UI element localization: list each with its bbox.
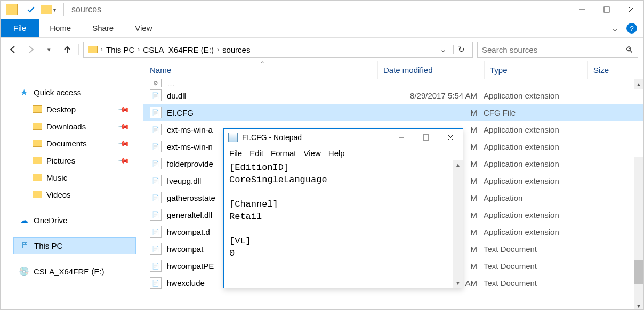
minimize-button[interactable]	[570, 1, 594, 19]
file-date: 8/29/2017 5:54 AM	[377, 91, 484, 100]
qat-newfolder-icon[interactable]	[41, 5, 52, 14]
file-type: Text Document	[484, 279, 595, 288]
file-name: EI.CFG	[167, 108, 377, 117]
search-input[interactable]: Search sources 🔍︎	[477, 42, 638, 58]
file-icon: 📄	[150, 107, 162, 118]
scrollbar-thumb[interactable]	[634, 260, 643, 284]
back-button[interactable]	[6, 43, 20, 56]
breadcrumb-caret-icon[interactable]: ›	[217, 46, 219, 53]
file-icon: 📄	[150, 141, 162, 152]
sidebar-label: CSLA_X64FRE (E:)	[34, 267, 104, 276]
sidebar-desktop[interactable]: Desktop 📌	[13, 101, 143, 118]
breadcrumb-sources[interactable]: sources	[222, 45, 251, 54]
breadcrumb-drive[interactable]: CSLA_X64FRE (E:)	[143, 45, 214, 54]
recent-dropdown-icon[interactable]: ▾	[42, 43, 56, 56]
file-name: …	[167, 79, 377, 87]
titlebar: ▾ sources	[1, 1, 643, 19]
sidebar-label: Quick access	[34, 88, 81, 97]
notepad-menu-file[interactable]: File	[229, 149, 242, 158]
qat-properties-icon[interactable]	[27, 5, 35, 14]
file-icon: 📄	[150, 175, 162, 186]
maximize-button[interactable]	[594, 1, 619, 19]
file-icon: 📄	[150, 260, 162, 272]
window-title: sources	[71, 5, 101, 14]
sidebar-pictures[interactable]: Pictures 📌	[13, 152, 143, 169]
pin-icon: 📌	[118, 137, 130, 149]
file-name: du.dll	[167, 91, 377, 100]
sidebar-videos[interactable]: Videos	[13, 186, 143, 203]
scroll-up-button[interactable]: ▲	[634, 79, 643, 89]
file-icon: 📄	[150, 89, 162, 101]
sidebar-label: Music	[46, 173, 67, 182]
pin-icon: 📌	[118, 120, 130, 132]
breadcrumb-caret-icon[interactable]: ›	[101, 46, 103, 53]
file-type: Text Document	[484, 262, 595, 271]
file-icon: ⚙	[150, 79, 162, 87]
column-date[interactable]: Date modified	[378, 61, 485, 79]
sidebar-label: Downloads	[46, 122, 86, 131]
tab-file[interactable]: File	[1, 19, 39, 37]
folder-icon	[33, 191, 42, 198]
qat-separator	[22, 4, 22, 15]
file-icon: 📄	[150, 226, 162, 238]
tab-home[interactable]: Home	[39, 19, 82, 37]
sidebar-downloads[interactable]: Downloads 📌	[13, 118, 143, 135]
sidebar: ★ Quick access Desktop 📌 Downloads 📌 Doc…	[1, 79, 143, 310]
ribbon-collapse-icon[interactable]: ⌄	[606, 19, 624, 37]
file-icon: 📄	[150, 243, 162, 255]
file-type: Text Document	[484, 244, 595, 254]
close-button[interactable]	[619, 1, 643, 19]
file-type: Application	[484, 193, 595, 202]
notepad-scroll-up-icon[interactable]: ▲	[453, 160, 463, 169]
notepad-scroll-down-icon[interactable]: ▼	[453, 278, 463, 288]
notepad-title: EI.CFG - Notepad	[242, 133, 302, 142]
scroll-down-button[interactable]: ▼	[634, 301, 643, 310]
column-type[interactable]: Type	[485, 61, 588, 79]
address-bar[interactable]: › This PC › CSLA_X64FRE (E:) › sources ⌄…	[83, 42, 473, 58]
sidebar-label: Desktop	[46, 105, 76, 114]
breadcrumb-thispc[interactable]: This PC	[106, 45, 134, 54]
folder-icon	[33, 140, 42, 147]
notepad-maximize-button[interactable]	[414, 129, 438, 146]
sidebar-quickaccess[interactable]: ★ Quick access	[13, 84, 143, 101]
refresh-button[interactable]: ↻	[453, 45, 469, 54]
notepad-close-button[interactable]	[438, 129, 463, 146]
notepad-menu-view[interactable]: View	[304, 149, 321, 158]
help-button[interactable]: ?	[626, 23, 637, 34]
notepad-menu-format[interactable]: Format	[271, 149, 296, 158]
star-icon: ★	[19, 87, 29, 97]
sidebar-music[interactable]: Music	[13, 169, 143, 186]
notepad-menu-edit[interactable]: Edit	[249, 149, 263, 158]
file-icon: 📄	[150, 277, 162, 289]
file-row[interactable]: 📄du.dll8/29/2017 5:54 AMApplication exte…	[143, 87, 643, 104]
tab-view[interactable]: View	[124, 19, 163, 37]
titlebar-separator	[63, 3, 64, 16]
tab-share[interactable]: Share	[82, 19, 124, 37]
notepad-titlebar[interactable]: EI.CFG - Notepad	[224, 129, 463, 146]
notepad-textarea[interactable]: [EditionID] CoreSingleLanguage [Channel]…	[224, 160, 463, 288]
file-type: Application extension	[484, 159, 595, 168]
file-row-cutoff[interactable]: ⚙ …	[143, 79, 643, 87]
address-dropdown-icon[interactable]: ⌄	[437, 45, 450, 54]
search-icon[interactable]: 🔍︎	[625, 45, 633, 54]
sidebar-thispc[interactable]: 🖥 This PC	[13, 237, 136, 254]
sidebar-label: This PC	[34, 241, 62, 250]
scrollbar-track[interactable]	[634, 157, 643, 310]
file-type: Application extension	[484, 210, 595, 219]
notepad-scrollbar[interactable]: ▲ ▼	[453, 160, 463, 288]
file-icon: 📄	[150, 158, 162, 169]
column-size[interactable]: Size	[588, 61, 625, 79]
sidebar-label: Documents	[46, 139, 87, 148]
forward-button	[24, 43, 38, 56]
qat-dropdown-icon[interactable]: ▾	[53, 7, 56, 13]
up-button[interactable]	[60, 43, 74, 56]
sidebar-drive[interactable]: 💿 CSLA_X64FRE (E:)	[13, 263, 143, 280]
breadcrumb-caret-icon[interactable]: ›	[138, 46, 140, 53]
notepad-menu-help[interactable]: Help	[328, 149, 345, 158]
sidebar-documents[interactable]: Documents 📌	[13, 135, 143, 152]
cloud-icon: ☁	[19, 215, 29, 225]
sidebar-onedrive[interactable]: ☁ OneDrive	[13, 211, 143, 229]
file-type: Application extension	[484, 125, 595, 134]
file-row[interactable]: 📄EI.CFGMCFG File	[143, 104, 643, 121]
notepad-minimize-button[interactable]	[389, 129, 414, 146]
